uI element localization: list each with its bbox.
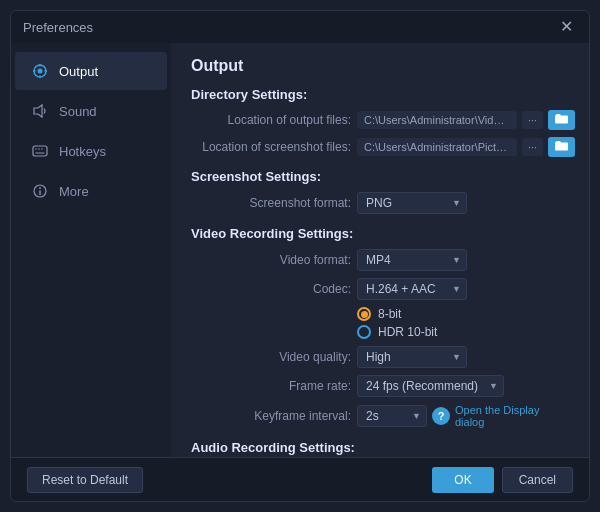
- folder-icon-2: [555, 140, 568, 151]
- screenshot-format-select-wrap: PNG JPG BMP ▼: [357, 192, 467, 214]
- keyframe-label: Keyframe interval:: [191, 409, 351, 423]
- display-dialog-link[interactable]: Open the Display dialog: [455, 404, 569, 428]
- frame-rate-label: Frame rate:: [191, 379, 351, 393]
- sidebar-item-output[interactable]: Output: [15, 52, 167, 90]
- bit-depth-options: 8-bit HDR 10-bit: [357, 307, 569, 339]
- output-icon: [31, 62, 49, 80]
- sound-icon: [31, 102, 49, 120]
- radio-8bit[interactable]: 8-bit: [357, 307, 437, 321]
- video-format-row: Video format: MP4 MOV AVI MKV ▼: [191, 249, 569, 271]
- output-folder-button[interactable]: [548, 110, 575, 130]
- screenshot-dots-button[interactable]: ···: [522, 138, 543, 156]
- screenshot-format-value: PNG JPG BMP ▼: [357, 192, 569, 214]
- radio-8bit-circle: [357, 307, 371, 321]
- reset-button[interactable]: Reset to Default: [27, 467, 143, 493]
- output-location-label: Location of output files:: [191, 113, 351, 127]
- frame-rate-select-wrap: 24 fps (Recommend) 30 fps 60 fps ▼: [357, 375, 504, 397]
- directory-section-title: Directory Settings:: [191, 87, 569, 102]
- output-location-value: C:\Users\Administrator\Videos\Am ···: [357, 110, 575, 130]
- screenshot-location-row: Location of screenshot files: C:\Users\A…: [191, 137, 569, 157]
- cancel-button[interactable]: Cancel: [502, 467, 573, 493]
- codec-select[interactable]: H.264 + AAC H.265 + AAC VP9 + Opus: [357, 278, 467, 300]
- screenshot-format-row: Screenshot format: PNG JPG BMP ▼: [191, 192, 569, 214]
- video-format-value: MP4 MOV AVI MKV ▼: [357, 249, 569, 271]
- frame-rate-value: 24 fps (Recommend) 30 fps 60 fps ▼: [357, 375, 569, 397]
- close-button[interactable]: ✕: [556, 17, 577, 37]
- sidebar-item-more[interactable]: More: [15, 172, 167, 210]
- screenshot-location-label: Location of screenshot files:: [191, 140, 351, 154]
- radio-hdr-circle: [357, 325, 371, 339]
- folder-icon: [555, 113, 568, 124]
- output-path-text: C:\Users\Administrator\Videos\Am: [357, 111, 517, 129]
- title-bar: Preferences ✕: [11, 11, 589, 43]
- video-quality-row: Video quality: Low Medium High Lossless …: [191, 346, 569, 368]
- footer: Reset to Default OK Cancel: [11, 457, 589, 501]
- codec-label: Codec:: [191, 282, 351, 296]
- svg-point-1: [38, 69, 43, 74]
- radio-8bit-label: 8-bit: [378, 307, 401, 321]
- video-quality-value: Low Medium High Lossless ▼: [357, 346, 569, 368]
- hotkeys-icon: [31, 142, 49, 160]
- screenshot-location-value: C:\Users\Administrator\Pictures\Ar ···: [357, 137, 575, 157]
- keyframe-select-wrap: 1s 2s 3s 5s ▼: [357, 405, 427, 427]
- content-area: Output Sound: [11, 43, 589, 457]
- audio-section-title: Audio Recording Settings:: [191, 440, 569, 455]
- video-format-label: Video format:: [191, 253, 351, 267]
- svg-marker-6: [34, 105, 42, 117]
- output-dots-button[interactable]: ···: [522, 111, 543, 129]
- preferences-dialog: Preferences ✕ Output: [10, 10, 590, 502]
- radio-hdr-label: HDR 10-bit: [378, 325, 437, 339]
- svg-rect-7: [33, 146, 47, 156]
- codec-row: Codec: H.264 + AAC H.265 + AAC VP9 + Opu…: [191, 278, 569, 300]
- sidebar-label-hotkeys: Hotkeys: [59, 144, 106, 159]
- video-format-select[interactable]: MP4 MOV AVI MKV: [357, 249, 467, 271]
- frame-rate-select[interactable]: 24 fps (Recommend) 30 fps 60 fps: [357, 375, 504, 397]
- radio-hdr[interactable]: HDR 10-bit: [357, 325, 437, 339]
- video-quality-select[interactable]: Low Medium High Lossless: [357, 346, 467, 368]
- keyframe-select[interactable]: 1s 2s 3s 5s: [357, 405, 427, 427]
- help-button[interactable]: ?: [432, 407, 450, 425]
- keyframe-value: 1s 2s 3s 5s ▼ ? Open the Display dialog: [357, 404, 569, 428]
- more-icon: [31, 182, 49, 200]
- screenshot-path-text: C:\Users\Administrator\Pictures\Ar: [357, 138, 517, 156]
- sidebar-label-output: Output: [59, 64, 98, 79]
- video-quality-select-wrap: Low Medium High Lossless ▼: [357, 346, 467, 368]
- screenshot-format-select[interactable]: PNG JPG BMP: [357, 192, 467, 214]
- footer-actions: OK Cancel: [432, 467, 573, 493]
- ok-button[interactable]: OK: [432, 467, 493, 493]
- frame-rate-row: Frame rate: 24 fps (Recommend) 30 fps 60…: [191, 375, 569, 397]
- sidebar-label-more: More: [59, 184, 89, 199]
- video-format-select-wrap: MP4 MOV AVI MKV ▼: [357, 249, 467, 271]
- bit-depth-row: 8-bit HDR 10-bit: [191, 307, 569, 339]
- screenshot-section-title: Screenshot Settings:: [191, 169, 569, 184]
- video-section-title: Video Recording Settings:: [191, 226, 569, 241]
- codec-select-wrap: H.264 + AAC H.265 + AAC VP9 + Opus ▼: [357, 278, 467, 300]
- screenshot-folder-button[interactable]: [548, 137, 575, 157]
- main-panel: Output Directory Settings: Location of o…: [171, 43, 589, 457]
- panel-title: Output: [191, 57, 569, 75]
- sidebar-label-sound: Sound: [59, 104, 97, 119]
- sidebar: Output Sound: [11, 43, 171, 457]
- sidebar-item-hotkeys[interactable]: Hotkeys: [15, 132, 167, 170]
- bit-depth-radio-group: 8-bit HDR 10-bit: [357, 307, 437, 339]
- video-quality-label: Video quality:: [191, 350, 351, 364]
- codec-value: H.264 + AAC H.265 + AAC VP9 + Opus ▼: [357, 278, 569, 300]
- output-location-row: Location of output files: C:\Users\Admin…: [191, 110, 569, 130]
- sidebar-item-sound[interactable]: Sound: [15, 92, 167, 130]
- dialog-title: Preferences: [23, 20, 93, 35]
- screenshot-format-label: Screenshot format:: [191, 196, 351, 210]
- keyframe-row: Keyframe interval: 1s 2s 3s 5s ▼ ? Open …: [191, 404, 569, 428]
